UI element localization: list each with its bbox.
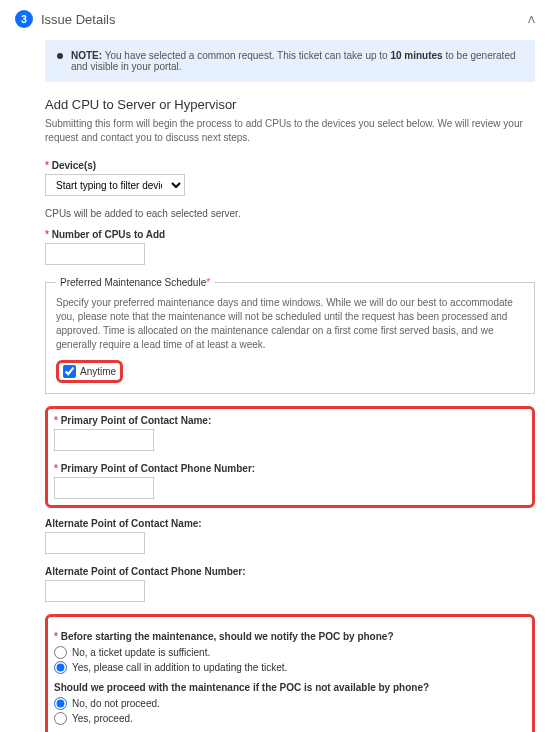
alt-name-field: Alternate Point of Contact Name: <box>45 518 535 554</box>
q1-opt2-label: Yes, please call in addition to updating… <box>72 662 287 673</box>
alt-phone-input[interactable] <box>45 580 145 602</box>
alt-phone-field: Alternate Point of Contact Phone Number: <box>45 566 535 602</box>
devices-helper: CPUs will be added to each selected serv… <box>45 208 535 219</box>
questions-highlight: * Before starting the maintenance, shoul… <box>45 614 535 732</box>
collapse-chevron-icon[interactable]: ᐱ <box>528 14 535 25</box>
q2-opt2-label: Yes, proceed. <box>72 713 133 724</box>
alt-name-input[interactable] <box>45 532 145 554</box>
form-title: Add CPU to Server or Hypervisor <box>45 97 535 112</box>
q2-label: Should we proceed with the maintenance i… <box>54 682 526 693</box>
num-cpus-field: * Number of CPUs to Add <box>45 229 535 265</box>
schedule-legend: Preferred Maintenance Schedule* <box>56 277 214 288</box>
q1-label: * Before starting the maintenance, shoul… <box>54 631 526 642</box>
anytime-highlight: Anytime <box>56 360 123 383</box>
devices-label: * Device(s) <box>45 160 535 171</box>
alt-phone-label: Alternate Point of Contact Phone Number: <box>45 566 535 577</box>
primary-name-field: * Primary Point of Contact Name: <box>54 415 526 451</box>
primary-name-label: * Primary Point of Contact Name: <box>54 415 526 426</box>
primary-contact-highlight: * Primary Point of Contact Name: * Prima… <box>45 406 535 508</box>
form-subtitle: Submitting this form will begin the proc… <box>45 117 535 145</box>
q1-opt1-radio[interactable] <box>54 646 67 659</box>
bullet-icon <box>57 53 63 59</box>
anytime-checkbox[interactable] <box>63 365 76 378</box>
primary-name-input[interactable] <box>54 429 154 451</box>
num-cpus-input[interactable] <box>45 243 145 265</box>
primary-phone-field: * Primary Point of Contact Phone Number: <box>54 463 526 499</box>
devices-select[interactable]: Start typing to filter devices <box>45 174 185 196</box>
step-number-badge: 3 <box>15 10 33 28</box>
alt-name-label: Alternate Point of Contact Name: <box>45 518 535 529</box>
q2-opt2-radio[interactable] <box>54 712 67 725</box>
section-title: Issue Details <box>41 12 115 27</box>
q2-opt1-label: No, do not proceed. <box>72 698 160 709</box>
maintenance-schedule-fieldset: Preferred Maintenance Schedule* Specify … <box>45 277 535 394</box>
primary-phone-label: * Primary Point of Contact Phone Number: <box>54 463 526 474</box>
note-banner: NOTE: You have selected a common request… <box>45 40 535 82</box>
primary-phone-input[interactable] <box>54 477 154 499</box>
section-header: 3 Issue Details ᐱ <box>15 10 535 28</box>
devices-field: * Device(s) Start typing to filter devic… <box>45 160 535 196</box>
schedule-desc: Specify your preferred maintenance days … <box>56 296 524 352</box>
q1-opt2-radio[interactable] <box>54 661 67 674</box>
num-cpus-label: * Number of CPUs to Add <box>45 229 535 240</box>
note-text: NOTE: You have selected a common request… <box>71 50 523 72</box>
anytime-label: Anytime <box>80 366 116 377</box>
q2-opt1-radio[interactable] <box>54 697 67 710</box>
q1-opt1-label: No, a ticket update is sufficient. <box>72 647 210 658</box>
